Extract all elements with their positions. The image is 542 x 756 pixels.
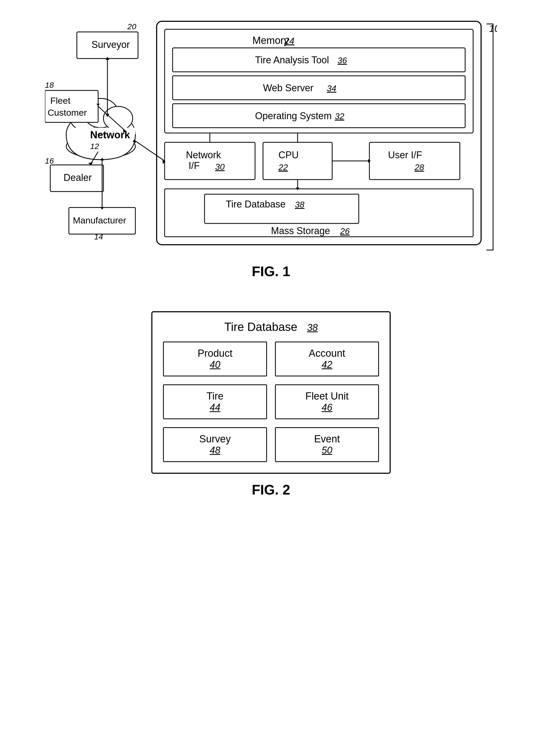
manufacturer-ref: 14 (94, 232, 103, 241)
manufacturer-label: Manufacturer (73, 215, 126, 225)
fig1-diagram: 10 Memory 24 Tire Analysis Tool 36 Web S… (45, 16, 497, 255)
fleet-customer-label1: Fleet (50, 95, 70, 106)
account-item: Account 42 (275, 342, 379, 376)
dealer-ref: 16 (45, 156, 54, 165)
memory-label: Memory (252, 35, 289, 46)
page-container: 10 Memory 24 Tire Analysis Tool 36 Web S… (0, 0, 542, 514)
web-server-ref: 34 (327, 84, 336, 93)
network-if-label: Network (186, 149, 221, 160)
mass-storage-label: Mass Storage (271, 225, 330, 236)
tire-db-inner-ref: 38 (295, 200, 305, 209)
network-if-label2: I/F (189, 160, 200, 171)
tire-db-ref: 38 (307, 322, 318, 333)
tire-item: Tire 44 (163, 384, 267, 419)
event-item: Event 50 (275, 427, 379, 462)
tire-analysis-ref: 36 (337, 56, 347, 65)
user-if-ref: 28 (414, 163, 424, 172)
fig1-container: 10 Memory 24 Tire Analysis Tool 36 Web S… (21, 16, 521, 279)
cpu-label: CPU (278, 149, 299, 160)
tire-db-inner-label: Tire Database (226, 199, 286, 210)
cpu-box (263, 142, 332, 180)
memory-ref: 24 (284, 36, 294, 46)
tire-db-title: Tire Database 38 (163, 320, 379, 334)
db-grid: Product 40 Account 42 Tire 44 Fleet Unit… (163, 342, 379, 462)
tire-db-box: Tire Database 38 Product 40 Account 42 T… (151, 311, 391, 474)
tire-analysis-label: Tire Analysis Tool (255, 55, 329, 65)
survey-item: Survey 48 (163, 427, 267, 462)
web-server-box (173, 76, 465, 100)
user-if-box (369, 142, 460, 180)
fig1-label: FIG. 1 (252, 263, 290, 279)
fig2-container: Tire Database 38 Product 40 Account 42 T… (21, 311, 521, 498)
fig2-label: FIG. 2 (252, 482, 290, 498)
fleet-ref: 18 (45, 81, 54, 89)
web-server-label: Web Server (263, 82, 313, 93)
network-if-ref: 30 (215, 162, 225, 172)
fleet-customer-box (45, 90, 98, 122)
surveyor-ref: 20 (127, 22, 136, 31)
user-if-label: User I/F (388, 149, 422, 160)
net-to-server (135, 141, 165, 161)
fleet-customer-label2: Customer (48, 107, 87, 118)
surveyor-label: Surveyor (91, 39, 130, 50)
network-ref-label: 12 (90, 142, 99, 151)
os-label: Operating System (255, 110, 332, 121)
os-ref: 32 (335, 111, 344, 121)
network-if-box (165, 142, 255, 180)
fleet-unit-item: Fleet Unit 46 (275, 384, 379, 419)
product-item: Product 40 (163, 342, 267, 376)
cpu-ref: 22 (278, 163, 288, 172)
mass-storage-ref: 26 (340, 226, 350, 236)
dealer-label: Dealer (64, 172, 92, 183)
